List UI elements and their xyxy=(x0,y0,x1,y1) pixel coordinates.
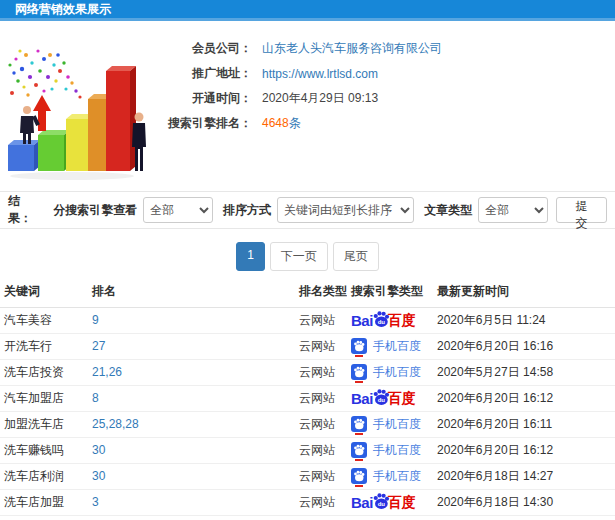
results-table-header: 关键词 排名 排名类型 搜索引擎类型 最新更新时间 xyxy=(0,277,615,307)
rank-link[interactable]: 9 xyxy=(88,307,295,333)
engine-cell: Bai du 百度 xyxy=(347,385,433,411)
header-rank-type: 排名类型 xyxy=(295,277,347,307)
table-row: 汽车美容 9 云网站 Bai du 百度 2020年6月5日 11:24 xyxy=(0,307,615,333)
keyword-cell: 汽车美容 xyxy=(0,307,88,333)
growth-chart-illustration xyxy=(0,21,152,189)
sort-label: 排序方式 xyxy=(223,202,271,219)
baidu-logo-bai-text: Bai xyxy=(351,313,373,328)
results-table-body: 汽车美容 9 云网站 Bai du 百度 2020年6月5日 11:24 开洗车… xyxy=(0,307,615,515)
table-row: 洗车店利润 30 云网站 手机百度 2020年6月18日 14:27 xyxy=(0,463,615,489)
article-type-label: 文章类型 xyxy=(424,202,472,219)
updated-time-cell: 2020年6月20日 16:12 xyxy=(433,385,615,411)
baidu-logo-bai-text: Bai xyxy=(351,495,373,510)
ranking-count-label: 搜索引擎排名： xyxy=(152,115,252,132)
ranking-count-unit: 条 xyxy=(289,116,301,130)
baidu-mobile-label: 手机百度 xyxy=(373,444,421,456)
member-company-link[interactable]: 山东老人头汽车服务咨询有限公司 xyxy=(262,40,442,57)
table-row: 加盟洗车店 25,28,28 云网站 手机百度 2020年6月20日 16:11 xyxy=(0,411,615,437)
rank-type-cell: 云网站 xyxy=(295,437,347,463)
last-page-button[interactable]: 尾页 xyxy=(333,242,379,271)
updated-time-cell: 2020年6月18日 14:27 xyxy=(433,463,615,489)
info-row-company: 会员公司： 山东老人头汽车服务咨询有限公司 xyxy=(152,36,615,61)
baidu-mobile-logo: 手机百度 xyxy=(351,338,421,354)
page-title: 网络营销效果展示 xyxy=(15,1,111,18)
baidu-mobile-paw-icon xyxy=(351,468,367,484)
engine-cell: Bai du 百度 xyxy=(347,307,433,333)
updated-time-cell: 2020年6月5日 11:24 xyxy=(433,307,615,333)
rank-type-cell: 云网站 xyxy=(295,333,347,359)
updated-time-cell: 2020年6月20日 16:12 xyxy=(433,437,615,463)
keyword-cell: 开洗车行 xyxy=(0,333,88,359)
keyword-cell: 洗车店利润 xyxy=(0,463,88,489)
ranking-count-number: 4648 xyxy=(262,116,289,130)
rank-link[interactable]: 30 xyxy=(88,463,295,489)
table-row: 汽车加盟店 8 云网站 Bai du 百度 2020年6月20日 16:12 xyxy=(0,385,615,411)
open-time-value: 2020年4月29日 09:13 xyxy=(262,90,378,107)
rank-type-cell: 云网站 xyxy=(295,307,347,333)
header-engine-type: 搜索引擎类型 xyxy=(347,277,433,307)
promotion-url-label: 推广地址： xyxy=(152,65,252,82)
baidu-mobile-paw-icon xyxy=(351,442,367,458)
baidu-logo-cn-text: 百度 xyxy=(388,495,416,509)
baidu-mobile-label: 手机百度 xyxy=(373,418,421,430)
pagination: 1 下一页 尾页 xyxy=(0,242,615,271)
rank-link[interactable]: 30 xyxy=(88,437,295,463)
result-label: 结果： xyxy=(8,193,43,227)
svg-text:du: du xyxy=(378,397,386,403)
ranking-count-value[interactable]: 4648条 xyxy=(262,115,301,132)
baidu-mobile-logo: 手机百度 xyxy=(351,442,421,458)
rank-type-cell: 云网站 xyxy=(295,385,347,411)
table-row: 洗车店加盟 3 云网站 Bai du 百度 2020年6月18日 14:30 xyxy=(0,489,615,515)
engine-cell: Bai du 百度 xyxy=(347,489,433,515)
filter-bar: 结果： 分搜索引擎查看 全部 排序方式 关键词由短到长排序 文章类型 全部 提交 xyxy=(0,191,615,229)
engine-cell: 手机百度 xyxy=(347,463,433,489)
baidu-mobile-label: 手机百度 xyxy=(373,340,421,352)
header-updated: 最新更新时间 xyxy=(433,277,615,307)
page-button-current[interactable]: 1 xyxy=(236,242,265,271)
baidu-mobile-logo: 手机百度 xyxy=(351,364,421,380)
rank-link[interactable]: 21,26 xyxy=(88,359,295,385)
rank-link[interactable]: 25,28,28 xyxy=(88,411,295,437)
header-rank: 排名 xyxy=(88,277,295,307)
header-keyword: 关键词 xyxy=(0,277,88,307)
rank-link[interactable]: 3 xyxy=(88,489,295,515)
sort-select[interactable]: 关键词由短到长排序 xyxy=(277,197,414,223)
baidu-mobile-paw-icon xyxy=(351,338,367,354)
results-table: 关键词 排名 排名类型 搜索引擎类型 最新更新时间 汽车美容 9 云网站 Bai… xyxy=(0,277,615,516)
engine-filter-select[interactable]: 全部 xyxy=(143,197,213,223)
baidu-mobile-logo: 手机百度 xyxy=(351,468,421,484)
info-row-ranking-count: 搜索引擎排名： 4648条 xyxy=(152,111,615,136)
baidu-mobile-paw-icon xyxy=(351,416,367,432)
baidu-mobile-logo: 手机百度 xyxy=(351,416,421,432)
confetti-dots xyxy=(8,49,81,98)
filter-controls: 分搜索引擎查看 全部 排序方式 关键词由短到长排序 文章类型 全部 提交 xyxy=(43,197,607,223)
info-row-url: 推广地址： https://www.lrtlsd.com xyxy=(152,61,615,86)
article-type-select[interactable]: 全部 xyxy=(478,197,548,223)
engine-cell: 手机百度 xyxy=(347,333,433,359)
updated-time-cell: 2020年6月20日 16:11 xyxy=(433,411,615,437)
rank-type-cell: 云网站 xyxy=(295,489,347,515)
keyword-cell: 汽车加盟店 xyxy=(0,385,88,411)
arrow-up-icon xyxy=(33,95,51,131)
keyword-cell: 洗车店加盟 xyxy=(0,489,88,515)
promotion-url-link[interactable]: https://www.lrtlsd.com xyxy=(262,67,378,81)
next-page-button[interactable]: 下一页 xyxy=(270,242,328,271)
rank-link[interactable]: 27 xyxy=(88,333,295,359)
rank-link[interactable]: 8 xyxy=(88,385,295,411)
keyword-cell: 洗车赚钱吗 xyxy=(0,437,88,463)
company-label: 会员公司： xyxy=(152,40,252,57)
businessman-figure-left xyxy=(20,106,40,144)
baidu-pc-logo: Bai du 百度 xyxy=(351,388,416,408)
baidu-mobile-label: 手机百度 xyxy=(373,366,421,378)
updated-time-cell: 2020年5月27日 14:58 xyxy=(433,359,615,385)
keyword-cell: 加盟洗车店 xyxy=(0,411,88,437)
updated-time-cell: 2020年6月18日 14:30 xyxy=(433,489,615,515)
updated-time-cell: 2020年6月20日 16:16 xyxy=(433,333,615,359)
baidu-logo-bai-text: Bai xyxy=(351,391,373,406)
baidu-logo-cn-text: 百度 xyxy=(388,391,416,405)
submit-button[interactable]: 提交 xyxy=(556,197,607,223)
keyword-cell: 洗车店投资 xyxy=(0,359,88,385)
baidu-logo-cn-text: 百度 xyxy=(388,313,416,327)
baidu-mobile-paw-icon xyxy=(351,364,367,380)
info-row-open-time: 开通时间： 2020年4月29日 09:13 xyxy=(152,86,615,111)
